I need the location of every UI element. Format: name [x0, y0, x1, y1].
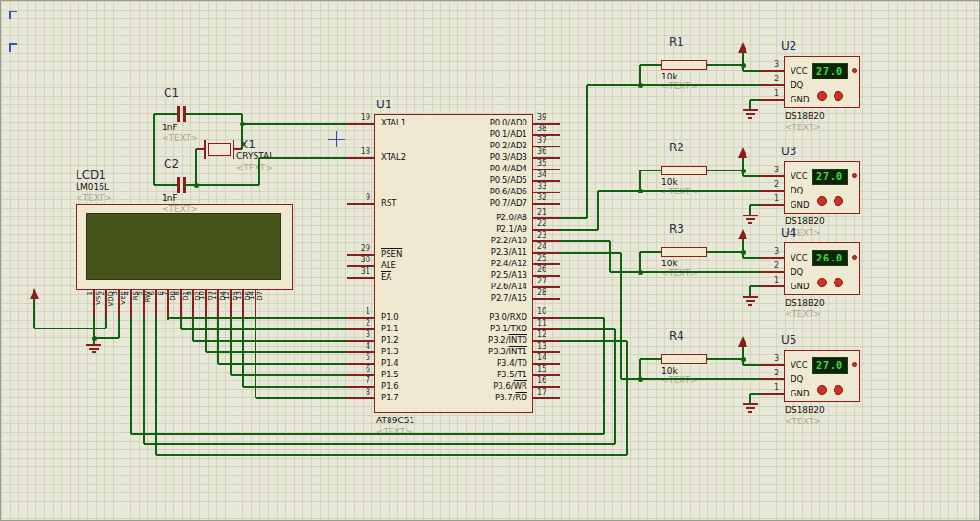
wire-segment[interactable]: [749, 394, 751, 403]
crystal-body[interactable]: [208, 143, 231, 156]
ground-symbol[interactable]: [748, 222, 752, 224]
wire-segment[interactable]: [192, 317, 194, 341]
wire-segment[interactable]: [750, 99, 760, 101]
wire-segment[interactable]: [640, 170, 661, 171]
wire-segment[interactable]: [218, 363, 347, 365]
wire-segment[interactable]: [167, 317, 169, 320]
wire-segment[interactable]: [587, 84, 760, 86]
pin-stub-EA[interactable]: [347, 277, 374, 279]
pin-stub-XTAL1[interactable]: [347, 123, 374, 125]
ground-symbol[interactable]: [746, 407, 755, 409]
power-terminal[interactable]: [738, 336, 747, 347]
pin-stub-RST[interactable]: [347, 203, 374, 205]
wire-segment[interactable]: [168, 317, 347, 319]
wire-segment[interactable]: [614, 329, 616, 444]
wire-segment[interactable]: [154, 184, 177, 186]
ground-symbol[interactable]: [748, 117, 752, 119]
wire-segment[interactable]: [143, 317, 145, 444]
pin-stub[interactable]: [760, 70, 784, 72]
wire-segment[interactable]: [639, 252, 641, 272]
ground-symbol[interactable]: [86, 344, 101, 346]
wire-segment[interactable]: [743, 257, 760, 259]
wire-segment[interactable]: [560, 340, 627, 342]
pin-stub-P2.7/A15[interactable]: [533, 298, 560, 300]
ground-symbol[interactable]: [746, 113, 755, 115]
wire-segment[interactable]: [94, 337, 119, 339]
wire-segment[interactable]: [255, 317, 256, 398]
wire-segment[interactable]: [230, 317, 232, 375]
wire-segment[interactable]: [256, 397, 347, 399]
resistor-body[interactable]: [661, 247, 707, 257]
wire-segment[interactable]: [743, 70, 760, 72]
wire-segment[interactable]: [640, 358, 661, 360]
pin-stub[interactable]: [760, 378, 784, 380]
resistor-body[interactable]: [661, 60, 707, 70]
ground-symbol[interactable]: [743, 403, 758, 405]
wire-segment[interactable]: [707, 64, 743, 66]
power-terminal[interactable]: [738, 229, 747, 239]
wire-segment[interactable]: [217, 317, 219, 364]
wire-segment[interactable]: [560, 252, 621, 254]
ground-symbol[interactable]: [92, 351, 96, 353]
pin-stub[interactable]: [760, 175, 784, 177]
wire-segment[interactable]: [205, 317, 207, 352]
wire-segment[interactable]: [639, 359, 641, 379]
wire-segment[interactable]: [707, 251, 743, 253]
power-terminal[interactable]: [738, 42, 747, 53]
wire-segment[interactable]: [560, 240, 610, 242]
pin-stub[interactable]: [760, 285, 784, 287]
sensor-u5[interactable]: U5 VCC DQ GND 3 2 1 27.0 DS18B20 <TEXT>: [784, 350, 860, 402]
pin-stub[interactable]: [760, 84, 784, 86]
power-terminal[interactable]: [30, 288, 39, 299]
wire-segment[interactable]: [154, 113, 177, 115]
wire-segment[interactable]: [242, 123, 347, 125]
wire-segment[interactable]: [185, 113, 242, 115]
pin-stub-P1.7[interactable]: [347, 397, 374, 399]
wire-segment[interactable]: [750, 285, 760, 287]
wire-segment[interactable]: [131, 433, 604, 435]
ground-symbol[interactable]: [743, 296, 758, 298]
power-terminal[interactable]: [738, 147, 747, 158]
pin-stub[interactable]: [760, 364, 784, 366]
wire-segment[interactable]: [749, 205, 751, 215]
wire-segment[interactable]: [156, 454, 627, 456]
wire-segment[interactable]: [626, 341, 628, 455]
wire-segment[interactable]: [105, 317, 107, 328]
pin-stub-P3.7/RD[interactable]: [533, 397, 560, 399]
wire-segment[interactable]: [707, 170, 743, 171]
pin-stub-P0.7/AD7[interactable]: [533, 203, 560, 205]
wire-segment[interactable]: [258, 158, 260, 185]
wire-segment[interactable]: [603, 318, 605, 434]
wire-segment[interactable]: [193, 340, 347, 342]
ground-symbol[interactable]: [89, 348, 99, 350]
ground-symbol[interactable]: [743, 109, 758, 111]
wire-segment[interactable]: [620, 253, 622, 379]
wire-segment[interactable]: [598, 190, 760, 192]
ground-symbol[interactable]: [746, 218, 755, 220]
pin-stub[interactable]: [760, 190, 784, 192]
pin-stub[interactable]: [234, 148, 242, 150]
wire-segment[interactable]: [750, 204, 760, 206]
pin-stub[interactable]: [196, 148, 204, 150]
wire-segment[interactable]: [155, 317, 157, 455]
wire-segment[interactable]: [259, 157, 347, 159]
wire-segment[interactable]: [180, 317, 182, 329]
wire-segment[interactable]: [609, 241, 611, 272]
pin-stub[interactable]: [760, 99, 784, 101]
pin-stub[interactable]: [760, 393, 784, 395]
wire-segment[interactable]: [560, 229, 598, 231]
wire-segment[interactable]: [153, 114, 155, 185]
wire-segment[interactable]: [144, 443, 615, 445]
wire-segment[interactable]: [34, 328, 106, 329]
wire-segment[interactable]: [241, 114, 243, 149]
wire-segment[interactable]: [639, 65, 641, 85]
sensor-u3[interactable]: U3 VCC DQ GND 3 2 1 27.0 DS18B20 <TEXT>: [784, 161, 860, 214]
pin-stub-XTAL2[interactable]: [347, 157, 374, 159]
schematic-canvas[interactable]: U1 AT89C51 <TEXT> LCD1 LM016L <TEXT> C1 …: [0, 0, 980, 521]
wire-segment[interactable]: [640, 251, 661, 253]
wire-segment[interactable]: [749, 100, 751, 109]
wire-segment[interactable]: [742, 158, 744, 176]
wire-segment[interactable]: [33, 299, 35, 328]
sensor-u2[interactable]: U2 VCC DQ GND 3 2 1 27.0 DS18B20 <TEXT>: [784, 56, 860, 108]
wire-segment[interactable]: [560, 328, 615, 330]
